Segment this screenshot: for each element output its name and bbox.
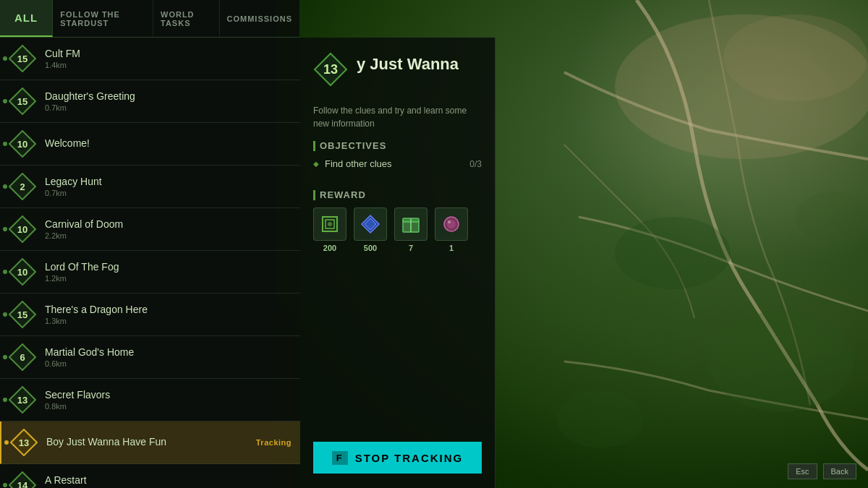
tab-all[interactable]: ALL — [0, 0, 53, 37]
quest-distance: 0.8km — [45, 402, 292, 411]
quest-info: Secret Flavors 0.8km — [45, 389, 292, 411]
level-badge: 6 — [9, 343, 36, 371]
tab-bar: ALL FOLLOW THE STARDUST WORLD TASKS COMM… — [0, 0, 300, 38]
quest-distance: 1.3km — [45, 317, 292, 325]
level-number: 2 — [20, 181, 25, 192]
level-number: 10 — [17, 224, 27, 235]
tab-world[interactable]: WORLD TASKS — [153, 0, 220, 37]
quest-name: Legacy Hunt — [45, 176, 292, 187]
reward-xp-icon — [313, 207, 346, 241]
quest-info: Cult FM 1.4km — [45, 48, 292, 69]
quest-info: Martial God's Home 0.6km — [45, 346, 292, 368]
level-number: 13 — [17, 395, 27, 406]
reward-box-icon — [394, 207, 427, 241]
reward-items: 200 500 — [313, 207, 482, 252]
svg-point-0 — [615, 14, 868, 159]
quest-name: A Restart — [45, 474, 292, 486]
level-badge: 10 — [9, 258, 36, 286]
reward-header: REWARD — [313, 189, 482, 200]
quest-item[interactable]: 10 Carnival of Doom 2.2km — [0, 208, 300, 251]
quest-name: Boy Just Wanna Have Fun — [46, 436, 256, 448]
quest-name: Cult FM — [45, 48, 292, 59]
quest-item[interactable]: 13 Boy Just Wanna Have Fun Tracking — [0, 421, 300, 464]
quest-item[interactable]: 6 Martial God's Home 0.6km — [0, 336, 300, 379]
svg-point-20 — [328, 222, 332, 226]
left-panel: ALL FOLLOW THE STARDUST WORLD TASKS COMM… — [0, 0, 300, 488]
tab-commissions[interactable]: COMMISSIONS — [220, 0, 300, 37]
reward-xp-value: 200 — [323, 244, 336, 252]
objective-text: Find other clues — [325, 158, 464, 169]
stop-tracking-key: F — [332, 451, 348, 465]
quest-item[interactable]: 15 Cult FM 1.4km — [0, 38, 300, 80]
svg-point-4 — [557, 390, 644, 448]
detail-level-badge: 13 — [313, 52, 348, 87]
level-badge: 15 — [9, 45, 36, 72]
level-badge: 10 — [9, 215, 36, 243]
stop-tracking-button[interactable]: F STOP TRACKING — [313, 442, 482, 474]
quest-info: Daughter's Greeting 0.7km — [45, 90, 292, 112]
tab-follow[interactable]: FOLLOW THE STARDUST — [53, 0, 153, 37]
quest-info: Lord Of The Fog 1.2km — [45, 261, 292, 283]
level-badge: 15 — [9, 87, 36, 115]
svg-point-28 — [448, 221, 451, 223]
svg-point-1 — [723, 14, 868, 101]
quest-dot — [3, 398, 7, 402]
reward-currency-icon — [354, 207, 387, 241]
level-number: 10 — [17, 139, 27, 150]
quest-item[interactable]: 14 A Restart 0.6km — [0, 464, 300, 488]
reward-currency: 500 — [354, 207, 387, 252]
quest-name: There's a Dragon Here — [45, 304, 292, 315]
level-number: 10 — [17, 267, 27, 278]
quest-name: Carnival of Doom — [45, 218, 292, 230]
level-badge: 15 — [9, 301, 36, 328]
detail-panel: 13 y Just Wanna Follow the clues and try… — [300, 38, 495, 488]
quest-name: Daughter's Greeting — [45, 90, 292, 102]
level-badge: 13 — [10, 429, 38, 456]
objective-count: 0/3 — [469, 159, 482, 169]
quest-info: Boy Just Wanna Have Fun — [46, 436, 256, 449]
quest-dot — [3, 312, 7, 317]
reward-divider — [313, 190, 315, 200]
reward-xp: 200 — [313, 207, 346, 252]
detail-description: Follow the clues and try and learn some … — [313, 104, 482, 130]
quest-distance: 0.7km — [45, 189, 292, 197]
svg-point-5 — [796, 192, 868, 242]
quest-info: There's a Dragon Here 1.3km — [45, 304, 292, 325]
quest-list: 15 Cult FM 1.4km 15 Daughter's Greeting … — [0, 38, 300, 488]
objectives-header: OBJECTIVES — [313, 140, 482, 151]
level-badge: 13 — [9, 386, 36, 414]
quest-name: Welcome! — [45, 137, 292, 149]
detail-title: y Just Wanna — [357, 52, 459, 74]
reward-item-box: 7 — [394, 207, 427, 252]
quest-distance: 1.2km — [45, 274, 292, 283]
reward-special-value: 1 — [449, 244, 454, 252]
level-number: 14 — [17, 480, 27, 489]
quest-distance: 0.6km — [45, 359, 292, 368]
quest-item[interactable]: 10 Welcome! — [0, 123, 300, 166]
detail-level-number: 13 — [323, 62, 338, 77]
quest-item[interactable]: 13 Secret Flavors 0.8km — [0, 379, 300, 421]
esc-hint-key: Esc — [788, 463, 817, 479]
level-badge: 10 — [9, 130, 36, 158]
reward-special: 1 — [435, 207, 468, 252]
reward-section: REWARD 200 — [313, 189, 482, 252]
svg-point-3 — [709, 311, 854, 412]
reward-box-value: 7 — [409, 244, 413, 252]
quest-distance: 2.2km — [45, 231, 292, 240]
quest-dot — [3, 483, 7, 487]
quest-item[interactable]: 2 Legacy Hunt 0.7km — [0, 166, 300, 208]
objective-item: ◆ Find other clues 0/3 — [313, 158, 482, 169]
quest-item[interactable]: 15 There's a Dragon Here 1.3km — [0, 294, 300, 336]
level-number: 15 — [17, 309, 27, 320]
keyboard-hints: Esc Back — [788, 463, 856, 479]
quest-item[interactable]: 15 Daughter's Greeting 0.7km — [0, 80, 300, 123]
quest-dot — [3, 142, 7, 146]
quest-info: A Restart 0.6km — [45, 474, 292, 488]
section-divider — [313, 141, 315, 151]
quest-dot — [3, 227, 7, 231]
quest-item[interactable]: 10 Lord Of The Fog 1.2km — [0, 251, 300, 294]
reward-currency-value: 500 — [364, 244, 377, 252]
level-number: 15 — [17, 96, 27, 107]
back-hint-key: Back — [823, 463, 856, 479]
level-badge: 14 — [9, 471, 36, 488]
